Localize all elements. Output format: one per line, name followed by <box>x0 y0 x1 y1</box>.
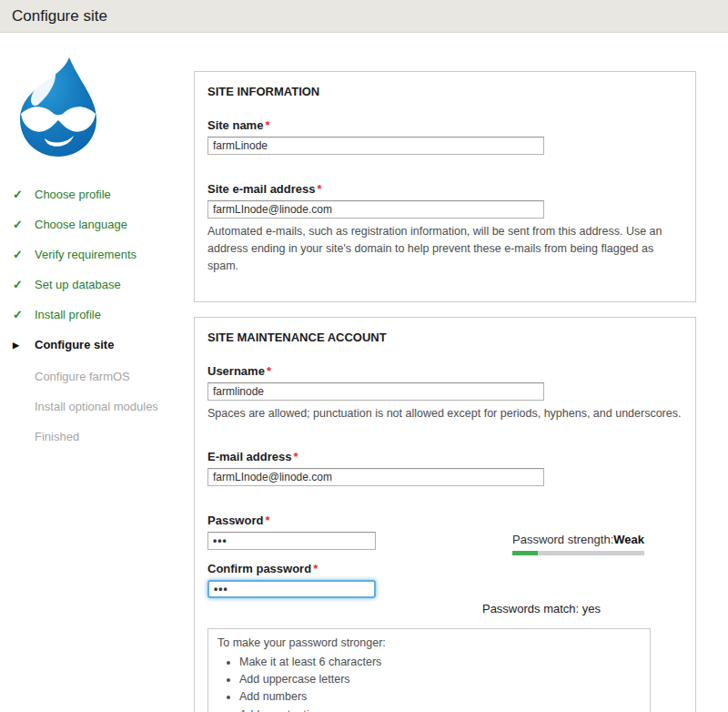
site-email-help: Automated e-mails, such as registration … <box>207 223 682 274</box>
password-input[interactable] <box>207 532 376 550</box>
username-input[interactable] <box>207 382 544 401</box>
step-label: Verify requirements <box>35 246 136 263</box>
check-icon: ✓ <box>13 276 35 293</box>
step-label: Install profile <box>35 306 101 323</box>
site-information-fieldset: SITE INFORMATION Site name* Site e-mail … <box>194 71 696 302</box>
step-label: Set up database <box>35 276 121 293</box>
maintenance-account-legend: SITE MAINTENANCE ACCOUNT <box>207 331 682 344</box>
step-configure-farmos: Configure farmOS <box>13 368 194 385</box>
required-asterisk: * <box>316 182 322 196</box>
step-label: Choose language <box>35 216 127 233</box>
account-email-label: E-mail address* <box>207 450 682 463</box>
password-feedback-column: Password strength: Weak Passwords match:… <box>439 514 644 615</box>
password-item: Password* <box>207 514 439 550</box>
site-information-legend: SITE INFORMATION <box>207 85 682 98</box>
drupal-logo <box>13 56 104 158</box>
confirm-password-item: Confirm password* <box>207 562 439 598</box>
password-strength-track <box>512 551 644 555</box>
passwords-match-status: Passwords match: yes <box>482 591 601 615</box>
password-strength-fill <box>512 551 538 555</box>
confirm-password-input[interactable] <box>207 580 376 598</box>
password-tip: Add uppercase letters <box>239 671 641 687</box>
install-steps-list: ✓Choose profile ✓Choose language ✓Verify… <box>13 186 194 445</box>
step-configure-site: ▶Configure site <box>13 336 194 355</box>
password-column: Password* Confirm password* <box>207 514 439 615</box>
druplicon-icon <box>13 56 104 158</box>
required-asterisk: * <box>292 450 298 463</box>
step-install-profile: ✓Install profile <box>13 306 194 323</box>
username-help: Spaces are allowed; punctuation is not a… <box>207 405 682 422</box>
account-email-input[interactable] <box>207 468 544 486</box>
password-tips-box: To make your password stronger: Make it … <box>207 628 651 712</box>
check-icon: ✓ <box>13 186 35 203</box>
site-name-label: Site name* <box>207 118 682 132</box>
step-label: Install optional modules <box>35 398 158 415</box>
password-tip: Add numbers <box>239 688 641 705</box>
step-label: Finished <box>35 428 79 445</box>
username-label: Username* <box>207 364 682 378</box>
account-email-item: E-mail address* <box>207 450 682 486</box>
site-email-input[interactable] <box>207 200 544 219</box>
install-steps-sidebar: ✓Choose profile ✓Choose language ✓Verify… <box>0 33 194 712</box>
step-install-optional-modules: Install optional modules <box>13 398 194 415</box>
password-strength-level: Weak <box>613 533 644 546</box>
check-icon: ✓ <box>13 306 35 323</box>
check-icon: ✓ <box>13 216 35 233</box>
password-tip: Add punctuation <box>239 707 641 712</box>
password-tips-list: Make it at least 6 characters Add upperc… <box>217 654 641 712</box>
step-verify-requirements: ✓Verify requirements <box>13 246 194 263</box>
step-set-up-database: ✓Set up database <box>13 276 194 293</box>
step-label: Choose profile <box>35 186 111 203</box>
required-asterisk: * <box>265 364 271 378</box>
page-title: Configure site <box>12 7 107 25</box>
configure-site-form: SITE INFORMATION Site name* Site e-mail … <box>194 33 696 712</box>
site-email-label: Site e-mail address* <box>207 182 682 196</box>
page-header: Configure site <box>0 0 728 33</box>
step-finished: Finished <box>13 428 194 445</box>
password-label: Password* <box>207 514 439 527</box>
step-choose-language: ✓Choose language <box>13 216 194 233</box>
step-choose-profile: ✓Choose profile <box>13 186 194 203</box>
site-name-input[interactable] <box>207 137 544 155</box>
arrow-right-icon: ▶ <box>13 337 35 354</box>
password-section: Password* Confirm password* Password str… <box>207 514 682 615</box>
site-maintenance-account-fieldset: SITE MAINTENANCE ACCOUNT Username* Space… <box>194 317 696 712</box>
check-icon: ✓ <box>13 246 35 263</box>
confirm-password-label: Confirm password* <box>207 562 439 575</box>
step-label: Configure farmOS <box>35 368 130 385</box>
password-strength-widget: Password strength: Weak <box>512 533 644 556</box>
step-label: Configure site <box>35 336 114 353</box>
password-tip: Make it at least 6 characters <box>239 654 641 670</box>
required-asterisk: * <box>263 514 269 527</box>
password-strength-label: Password strength: <box>512 533 613 546</box>
username-item: Username* Spaces are allowed; punctuatio… <box>207 364 682 422</box>
site-email-item: Site e-mail address* Automated e-mails, … <box>207 182 682 274</box>
required-asterisk: * <box>311 562 318 575</box>
page-body: ✓Choose profile ✓Choose language ✓Verify… <box>0 33 728 712</box>
site-name-item: Site name* <box>207 118 682 155</box>
required-asterisk: * <box>263 118 269 132</box>
password-tips-title: To make your password stronger: <box>217 635 641 651</box>
